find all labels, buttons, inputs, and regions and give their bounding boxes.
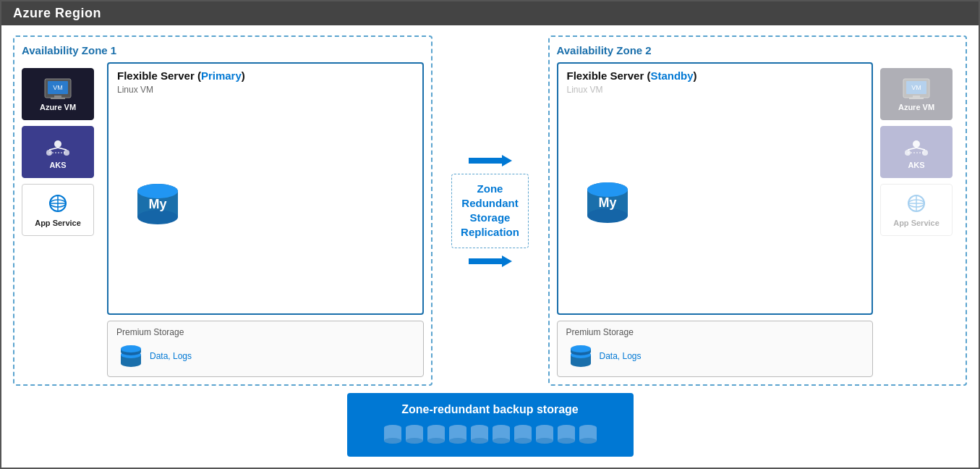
backup-title: Zone-redundant backup storage — [401, 403, 578, 416]
zone1-flexible-server: Flexible Server (Primary) Linux VM — [107, 62, 424, 315]
zone2-azure-vm-label: Azure VM — [898, 103, 934, 111]
zone2-server-area: Flexible Server (Standby) Linux VM — [557, 62, 874, 377]
backup-cylinders — [382, 422, 599, 447]
svg-line-48 — [916, 148, 925, 150]
region-title: Azure Region — [13, 6, 101, 20]
zone2-premium-storage: Premium Storage Data, — [557, 321, 874, 377]
backup-storage: Zone-redundant backup storage — [347, 393, 634, 457]
svg-line-8 — [49, 148, 58, 150]
zone2-app-service: App Service — [880, 184, 953, 236]
svg-marker-27 — [469, 255, 512, 267]
zone2-linux-vm: Linux VM — [567, 85, 864, 95]
svg-point-56 — [384, 438, 401, 444]
availability-zone-2: Availability Zone 2 Flexible Server (Sta… — [548, 35, 968, 386]
azure-vm-icon: VM — [43, 77, 72, 101]
zone2-azure-vm: VM Azure VM — [880, 68, 953, 120]
zone2-app-service-label: App Service — [893, 219, 939, 227]
zone1-primary-label: Primary — [201, 69, 242, 82]
azure-region: Azure Region Availability Zone 1 — [0, 0, 980, 469]
zone1-services: VM Azure VM — [22, 62, 100, 377]
svg-text:My: My — [148, 197, 166, 211]
zone2-server-title: Flexible Server (Standby) — [567, 69, 864, 82]
svg-line-47 — [908, 148, 916, 150]
aks-icon — [43, 135, 72, 159]
svg-point-77 — [536, 438, 553, 444]
zone1-app-service-label: App Service — [35, 219, 81, 227]
zone2-mysql-container: My — [567, 95, 864, 308]
left-to-zrs-arrow — [469, 152, 512, 169]
zone2-azure-vm-icon: VM — [902, 77, 931, 101]
svg-point-83 — [579, 438, 597, 444]
zone1-aks-label: AKS — [49, 161, 66, 169]
backup-section: Zone-redundant backup storage — [13, 386, 967, 457]
svg-point-59 — [406, 438, 423, 444]
svg-point-31 — [587, 182, 628, 197]
zone2-aks: AKS — [880, 126, 953, 178]
zone2-aks-icon — [902, 135, 931, 159]
svg-point-38 — [571, 345, 591, 352]
zone2-label: Availability Zone 2 — [557, 44, 959, 56]
zone2-inner: Flexible Server (Standby) Linux VM — [557, 62, 959, 377]
svg-rect-3 — [51, 98, 65, 99]
svg-point-68 — [471, 438, 488, 444]
zone1-linux-vm: Linux VM — [117, 85, 414, 95]
zone1-storage-icon — [116, 342, 145, 371]
svg-point-44 — [913, 140, 920, 148]
zone1-aks: AKS — [22, 126, 94, 178]
svg-marker-26 — [469, 155, 512, 166]
region-header: Azure Region — [1, 1, 979, 25]
svg-point-65 — [449, 438, 466, 444]
svg-point-62 — [427, 438, 445, 444]
svg-text:VM: VM — [911, 84, 921, 91]
svg-point-80 — [558, 438, 575, 444]
zrs-box: ZoneRedundantStorageReplication — [451, 174, 529, 248]
zrs-to-right-arrow — [469, 253, 512, 270]
zone1-azure-vm-label: Azure VM — [40, 103, 76, 111]
availability-zone-1: Availability Zone 1 VM — [13, 35, 433, 386]
zone1-mysql-icon: My — [132, 177, 184, 229]
svg-point-5 — [54, 140, 61, 148]
svg-rect-41 — [913, 96, 920, 98]
arrow-from-zrs — [469, 253, 512, 270]
zone2-storage-icon — [566, 342, 595, 371]
svg-point-17 — [137, 210, 178, 224]
zone1-server-area: Flexible Server (Primary) Linux VM — [107, 62, 424, 377]
zone2-aks-label: AKS — [908, 161, 924, 169]
zrs-connector: ZoneRedundantStorageReplication — [433, 35, 548, 386]
zone2-flexible-server: Flexible Server (Standby) Linux VM — [557, 62, 874, 315]
svg-point-74 — [514, 438, 532, 444]
zone2-mysql-icon: My — [581, 175, 634, 227]
app-service-icon — [43, 193, 72, 216]
zone2-services: VM Azure VM — [880, 62, 958, 377]
zone1-premium-label: Premium Storage — [116, 327, 414, 337]
zone2-standby-label: Standby — [650, 69, 693, 82]
zones-container: Availability Zone 1 VM — [13, 35, 967, 386]
zone1-storage-row: Data, Logs — [116, 342, 414, 371]
zone1-data-logs: Data, Logs — [150, 351, 192, 361]
zone2-storage-row: Data, Logs — [566, 342, 864, 371]
svg-rect-2 — [54, 96, 61, 98]
svg-point-18 — [137, 184, 178, 198]
svg-line-9 — [58, 148, 67, 150]
main-content: Availability Zone 1 VM — [1, 25, 979, 464]
svg-rect-42 — [909, 98, 924, 99]
zone2-premium-label: Premium Storage — [566, 327, 864, 337]
zone2-data-logs: Data, Logs — [600, 351, 642, 361]
svg-text:VM: VM — [53, 84, 63, 91]
zone1-label: Availability Zone 1 — [22, 44, 424, 56]
zone1-server-title: Flexible Server (Primary) — [117, 69, 414, 82]
zone2-app-service-icon — [902, 193, 931, 216]
svg-point-71 — [493, 438, 510, 444]
zone1-mysql-container: My — [117, 98, 414, 308]
zone1-azure-vm: VM Azure VM — [22, 68, 94, 120]
zone1-app-service: App Service — [22, 184, 94, 236]
arrow-to-zrs — [469, 152, 512, 169]
svg-point-25 — [121, 345, 141, 352]
zone1-premium-storage: Premium Storage — [107, 321, 424, 377]
backup-storage-icons — [382, 422, 599, 447]
svg-text:My: My — [598, 195, 616, 210]
svg-point-30 — [587, 208, 628, 223]
